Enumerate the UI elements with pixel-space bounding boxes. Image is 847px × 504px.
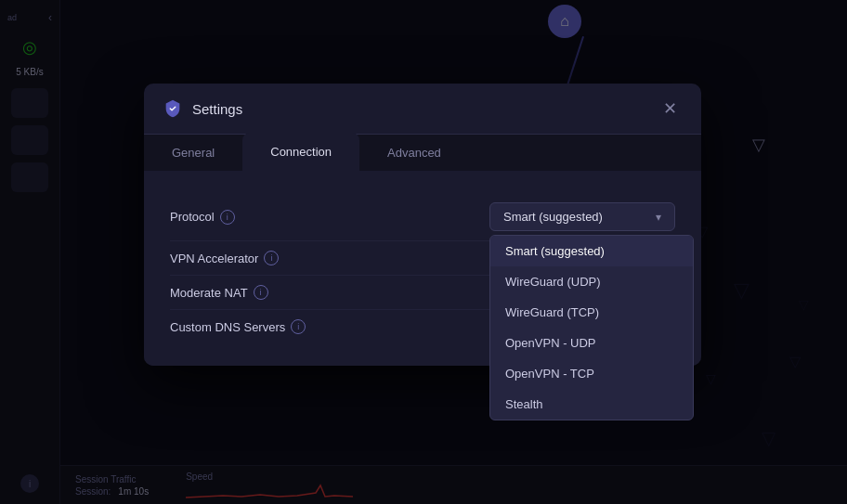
dropdown-item-openvpn-udp[interactable]: OpenVPN - UDP xyxy=(490,328,693,358)
dropdown-item-openvpn-tcp[interactable]: OpenVPN - TCP xyxy=(490,358,693,389)
dropdown-item-smart[interactable]: Smart (suggested) xyxy=(490,236,693,266)
custom-dns-label: Custom DNS Servers xyxy=(170,320,285,334)
dropdown-item-wireguard-udp[interactable]: WireGuard (UDP) xyxy=(490,266,693,297)
custom-dns-info-icon[interactable]: i xyxy=(291,319,306,334)
dropdown-item-wireguard-tcp[interactable]: WireGuard (TCP) xyxy=(490,297,693,328)
custom-dns-label-group: Custom DNS Servers i xyxy=(170,319,306,334)
dialog-tabs: General Connection Advanced xyxy=(144,135,701,171)
app-logo-icon xyxy=(163,98,183,119)
vpn-accelerator-info-icon[interactable]: i xyxy=(264,251,279,265)
moderate-nat-info-icon[interactable]: i xyxy=(254,285,268,300)
protocol-dropdown-btn[interactable]: Smart (suggested) ▾ xyxy=(489,202,675,231)
tab-connection[interactable]: Connection xyxy=(242,133,359,171)
moderate-nat-label-group: Moderate NAT i xyxy=(170,285,268,300)
dropdown-item-stealth[interactable]: Stealth xyxy=(490,389,693,420)
protocol-row: Protocol i Smart (suggested) ▾ Smart (su… xyxy=(170,193,675,241)
protocol-selected-value: Smart (suggested) xyxy=(503,210,603,224)
close-dialog-button[interactable]: ✕ xyxy=(658,97,683,121)
vpn-accelerator-label: VPN Accelerator xyxy=(170,252,258,265)
protocol-label: Protocol xyxy=(170,210,215,224)
tab-general[interactable]: General xyxy=(144,135,242,171)
dropdown-arrow-icon: ▾ xyxy=(656,211,661,224)
protocol-dropdown[interactable]: Smart (suggested) ▾ Smart (suggested) Wi… xyxy=(489,202,675,231)
dialog-content: Protocol i Smart (suggested) ▾ Smart (su… xyxy=(144,171,701,366)
protocol-label-group: Protocol i xyxy=(170,210,235,225)
dialog-title-row: Settings xyxy=(163,98,242,119)
settings-dialog: Settings ✕ General Connection Advanced P… xyxy=(144,84,701,366)
tab-advanced[interactable]: Advanced xyxy=(359,135,469,171)
moderate-nat-label: Moderate NAT xyxy=(170,286,248,300)
dialog-header: Settings ✕ xyxy=(144,84,701,135)
protocol-dropdown-menu: Smart (suggested) WireGuard (UDP) WireGu… xyxy=(489,235,694,420)
protocol-info-icon[interactable]: i xyxy=(220,210,235,225)
dialog-title: Settings xyxy=(192,101,242,117)
vpn-accelerator-label-group: VPN Accelerator i xyxy=(170,251,279,265)
